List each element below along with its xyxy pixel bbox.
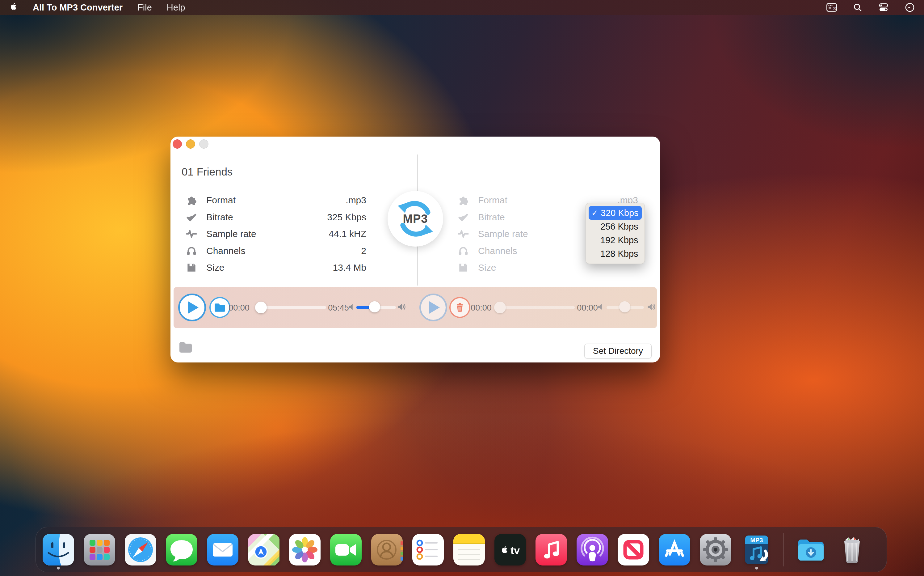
info-label: Format xyxy=(206,195,236,205)
dock-item-music[interactable] xyxy=(536,534,567,565)
finder-icon xyxy=(43,534,74,565)
volume-slider-thumb[interactable] xyxy=(619,301,630,312)
waveform-icon xyxy=(185,228,198,240)
messages-icon xyxy=(166,534,197,565)
mp3-converter-icon: MP3 xyxy=(741,534,772,565)
info-label: Bitrate xyxy=(478,212,505,222)
dock-item-facetime[interactable] xyxy=(330,534,362,565)
volume-min-icon xyxy=(597,303,605,312)
checkmark-icon: ✓ xyxy=(591,208,601,218)
dock-item-appstore[interactable] xyxy=(659,534,690,565)
info-value: 2 xyxy=(361,246,366,256)
check-icon xyxy=(457,212,469,223)
headphones-icon xyxy=(457,245,469,256)
seek-slider-thumb[interactable] xyxy=(494,302,506,314)
info-value: 13.4 Mb xyxy=(333,262,366,273)
dock-item-safari[interactable] xyxy=(125,534,156,565)
seek-slider[interactable] xyxy=(497,306,575,309)
dock-item-maps[interactable] xyxy=(248,534,279,565)
bitrate-option-label: 320 Kbps xyxy=(601,208,638,218)
dock-item-messages[interactable] xyxy=(166,534,197,565)
play-output-button[interactable] xyxy=(420,294,447,322)
convert-badge: MP3 xyxy=(388,191,443,246)
zoom-button[interactable] xyxy=(199,139,209,149)
info-label: Channels xyxy=(206,246,246,256)
menubar-help-menu[interactable]: Help xyxy=(167,2,185,13)
maps-icon xyxy=(248,534,279,565)
info-value: .mp3 xyxy=(346,195,366,205)
trash-full-icon xyxy=(836,534,868,565)
minimize-button[interactable] xyxy=(186,139,195,149)
volume-max-icon xyxy=(647,302,657,312)
current-time-label: 00:00 xyxy=(228,303,249,313)
facetime-icon xyxy=(330,534,362,565)
bitrate-option-192[interactable]: 192 Kbps xyxy=(586,233,645,247)
downloads-icon xyxy=(795,534,827,565)
dock-item-contacts[interactable] xyxy=(371,534,403,565)
appstore-icon xyxy=(659,534,690,565)
set-directory-label: Set Directory xyxy=(593,346,643,356)
music-icon xyxy=(536,534,567,565)
menubar-app-name[interactable]: All To MP3 Converter xyxy=(33,2,123,13)
trash-icon xyxy=(455,302,465,313)
info-label: Bitrate xyxy=(206,212,233,222)
seek-slider-thumb[interactable] xyxy=(255,302,267,314)
delete-output-button[interactable] xyxy=(449,297,470,318)
close-button[interactable] xyxy=(172,139,182,149)
reminders-icon xyxy=(412,534,444,565)
source-info-panel: Format .mp3 Bitrate 325 Kbps Sample rate… xyxy=(185,192,366,276)
dock-item-trash[interactable] xyxy=(836,534,868,565)
info-label: Format xyxy=(478,195,507,205)
volume-min-icon xyxy=(348,303,356,312)
play-icon xyxy=(429,301,440,314)
bitrate-option-256[interactable]: 256 Kbps xyxy=(586,220,645,233)
mp3-converter-badge-text: MP3 xyxy=(750,537,763,544)
news-icon xyxy=(618,534,649,565)
dock-divider xyxy=(784,533,784,566)
info-label: Size xyxy=(478,262,496,273)
dock-item-notes[interactable] xyxy=(453,534,485,565)
set-directory-button[interactable]: Set Directory xyxy=(584,344,652,358)
play-source-button[interactable] xyxy=(178,294,206,322)
dock-item-news[interactable] xyxy=(618,534,649,565)
open-file-button[interactable] xyxy=(209,297,230,318)
info-label: Size xyxy=(206,262,224,273)
dock-item-mail[interactable] xyxy=(207,534,238,565)
search-icon[interactable] xyxy=(853,3,862,12)
track-title: 01 Friends xyxy=(182,166,233,178)
control-center-icon[interactable] xyxy=(878,3,889,12)
clock-icon[interactable] xyxy=(905,2,915,12)
info-row-format: Format .mp3 xyxy=(185,192,366,209)
info-label: Sample rate xyxy=(206,229,256,239)
menubar-file-menu[interactable]: File xyxy=(137,2,152,13)
puzzle-icon xyxy=(185,195,198,206)
converter-window: 01 Friends Format .mp3 Bitrate 325 Kbps … xyxy=(171,137,660,362)
dock-item-photos[interactable] xyxy=(289,534,321,565)
seek-slider[interactable] xyxy=(258,306,326,309)
current-time-label: 00:00 xyxy=(471,303,492,313)
dock-item-settings[interactable] xyxy=(700,534,731,565)
bitrate-option-320[interactable]: ✓ 320 Kbps xyxy=(589,206,642,220)
menu-bar: All To MP3 Converter File Help ⌘ xyxy=(0,0,924,15)
convert-badge-label: MP3 xyxy=(403,212,428,226)
duration-label: 00:00 xyxy=(577,303,598,313)
dock-item-launchpad[interactable] xyxy=(84,534,115,565)
dock-item-podcasts[interactable] xyxy=(576,534,608,565)
apple-menu-icon[interactable] xyxy=(9,2,18,14)
volume-max-icon xyxy=(397,302,407,312)
info-value: 325 Kbps xyxy=(327,212,366,222)
photos-icon xyxy=(289,534,321,565)
output-directory-icon[interactable] xyxy=(179,341,193,355)
dock-item-reminders[interactable] xyxy=(412,534,444,565)
dock-item-downloads[interactable] xyxy=(795,534,827,565)
info-label: Sample rate xyxy=(478,229,528,239)
bitrate-option-128[interactable]: 128 Kbps xyxy=(586,247,645,261)
safari-icon xyxy=(125,534,156,565)
info-value: 44.1 kHZ xyxy=(329,229,366,239)
dock-item-appletv[interactable]: tv xyxy=(495,534,526,565)
dock-item-mp3-converter[interactable]: MP3 xyxy=(741,534,772,565)
volume-slider-thumb[interactable] xyxy=(369,301,380,312)
info-row-samplerate: Sample rate 44.1 kHZ xyxy=(185,226,366,243)
window-switcher-icon[interactable]: ⌘ xyxy=(827,3,837,12)
dock-item-finder[interactable] xyxy=(43,534,74,565)
